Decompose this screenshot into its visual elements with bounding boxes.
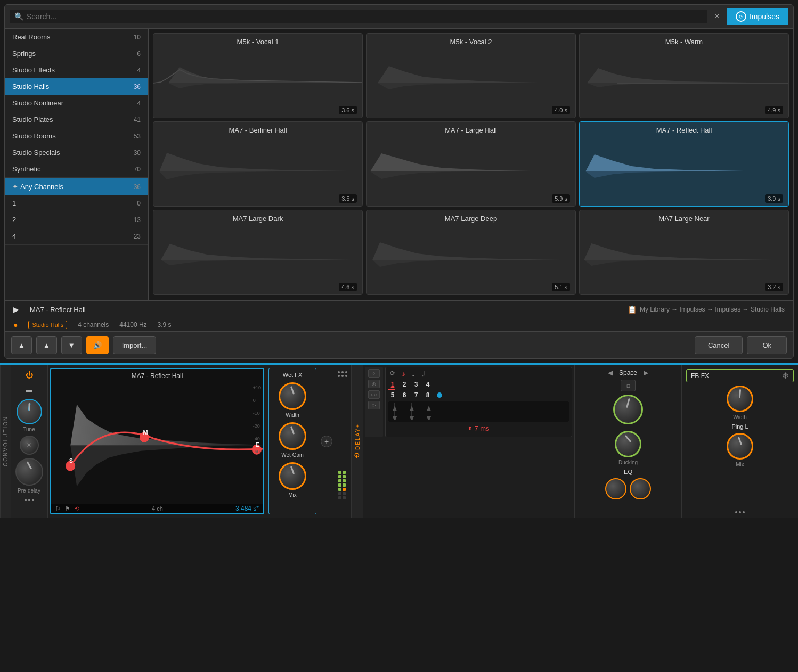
- sidebar-item-studio-specials[interactable]: Studio Specials 30: [5, 144, 148, 161]
- space-knob[interactable]: [613, 395, 643, 424]
- prev-button[interactable]: ▲: [36, 336, 57, 354]
- routing-dual-icon[interactable]: ○○: [368, 390, 380, 399]
- search-input[interactable]: [27, 12, 703, 21]
- note-quarter-icon: ♩: [412, 370, 416, 379]
- sidebar-item-real-rooms[interactable]: Real Rooms 10: [5, 29, 148, 45]
- delay-num-7[interactable]: 7: [411, 391, 421, 399]
- svg-marker-17: [580, 243, 788, 260]
- delay-numbers-row1: 1 2 3 4: [388, 381, 569, 388]
- detail-bar: ● Studio Halls 4 channels 44100 Hz 3.9 s: [5, 318, 793, 331]
- grid-item-m5k-warm[interactable]: M5k - Warm 4.9 s: [579, 33, 789, 118]
- fbfx-mix-knob[interactable]: [727, 433, 753, 460]
- sidebar-item-synthetic[interactable]: Synthetic 70: [5, 161, 148, 177]
- svg-marker-8: [153, 171, 362, 179]
- eq-knob-1[interactable]: [605, 478, 626, 499]
- grid-item-ma7-large-hall[interactable]: MA7 - Large Hall 5.9 s: [366, 121, 576, 207]
- play-button[interactable]: 🔊: [86, 336, 109, 354]
- sidebar-channel-4[interactable]: 4 23: [5, 228, 148, 244]
- duration-badge: 3.2 s: [765, 283, 783, 291]
- tempo-icon: ⟳: [390, 370, 395, 379]
- browser-header: 🔍 × ⟳ Impulses: [5, 5, 793, 29]
- conv-display[interactable]: MA7 - Reflect Hall S: [50, 368, 264, 514]
- ping-label: Ping L: [731, 423, 748, 430]
- delay-num-1[interactable]: 1: [388, 381, 397, 388]
- svg-marker-5: [580, 83, 788, 87]
- close-button[interactable]: ×: [711, 11, 723, 22]
- impulse-grid: M5k - Vocal 1 3.6 s: [149, 29, 793, 300]
- grid-item-title: MA7 - Berliner Hall: [225, 122, 290, 136]
- eq-section: EQ: [580, 469, 677, 475]
- impulses-tab[interactable]: ⟳ Impulses: [727, 8, 788, 25]
- fbfx-bottom-dots: [735, 511, 745, 513]
- delay-num-2[interactable]: 2: [400, 381, 409, 388]
- conv-folder-button[interactable]: ▬: [23, 384, 35, 396]
- space-prev-button[interactable]: ◀: [608, 369, 613, 376]
- sidebar-item-studio-effects[interactable]: Studio Effects 4: [5, 62, 148, 78]
- delay-num-6[interactable]: 6: [400, 391, 409, 399]
- conv-power-button[interactable]: ⏻: [23, 369, 35, 381]
- grid-item-ma7-large-deep[interactable]: MA7 Large Deep 5.1 s: [366, 210, 576, 295]
- svg-text:S: S: [69, 457, 74, 463]
- eq-knob-2[interactable]: [630, 478, 651, 499]
- delay-num-8[interactable]: 8: [423, 391, 433, 399]
- fbfx-width-knob[interactable]: [727, 386, 753, 412]
- tag-badge[interactable]: Studio Halls: [28, 321, 67, 329]
- duration-badge: 4.0 s: [552, 106, 570, 114]
- db-scale: +10 0 -10 -20 -40 -60: [253, 385, 261, 454]
- routing-mono-icon[interactable]: ○: [368, 369, 380, 378]
- routing-stereo-icon[interactable]: ◎: [368, 380, 380, 388]
- conv-duration: 3.484 s*: [235, 505, 259, 512]
- ok-button[interactable]: Ok: [747, 336, 787, 354]
- grid-item-ma7-large-near[interactable]: MA7 Large Near 3.2 s: [579, 210, 789, 295]
- sidebar-categories: Real Rooms 10 Springs 6 Studio Effects 4…: [5, 29, 148, 178]
- grid-item-ma7-reflect-hall[interactable]: MA7 - Reflect Hall 3.9 s: [579, 121, 789, 207]
- sidebar-item-studio-halls[interactable]: Studio Halls 36: [5, 78, 148, 95]
- predelay-knob[interactable]: [15, 458, 43, 486]
- delay-num-3[interactable]: 3: [411, 381, 421, 388]
- grid-item-m5k-vocal1[interactable]: M5k - Vocal 1 3.6 s: [153, 33, 363, 118]
- tune-knob[interactable]: [17, 399, 42, 424]
- delay-num-5[interactable]: 5: [388, 391, 397, 399]
- ducking-knob-group: Ducking: [615, 431, 641, 465]
- svg-rect-31: [338, 488, 341, 491]
- delay-num-4[interactable]: 4: [423, 381, 433, 388]
- sidebar-item-studio-plates[interactable]: Studio Plates 41: [5, 111, 148, 128]
- sidebar-channel-2[interactable]: 2 13: [5, 211, 148, 228]
- fbfx-width-label: Width: [733, 414, 747, 420]
- svg-rect-29: [338, 479, 341, 482]
- space-next-button[interactable]: ▶: [644, 369, 648, 376]
- grid-item-ma7-berliner[interactable]: MA7 - Berliner Hall 3.5 s: [153, 121, 363, 207]
- import-button[interactable]: Import...: [113, 336, 157, 354]
- add-button[interactable]: +: [321, 436, 332, 447]
- sidebar-item-studio-nonlinear[interactable]: Studio Nonlinear 4: [5, 95, 148, 111]
- grid-item-ma7-large-dark[interactable]: MA7 Large Dark 4.6 s: [153, 210, 363, 295]
- ducking-knob[interactable]: [615, 431, 641, 457]
- wet-fx-section: Wet FX Width Wet Gain Mix: [268, 368, 316, 514]
- routing-quad-icon[interactable]: ○·: [368, 401, 380, 409]
- dots-menu-button[interactable]: [337, 369, 348, 379]
- copy-button[interactable]: ⧉: [621, 380, 636, 391]
- mix-knob[interactable]: [279, 462, 306, 490]
- collapse-button[interactable]: ▲: [11, 336, 32, 354]
- svg-marker-16: [367, 260, 575, 267]
- waveform-ma7-reflect-hall: 3.9 s: [580, 136, 788, 206]
- delay-routing: ○ ◎ ○○ ○·: [365, 367, 383, 437]
- grid-item-m5k-vocal2[interactable]: M5k - Vocal 2 4.0 s: [366, 33, 576, 118]
- svg-marker-48: [427, 416, 431, 420]
- sidebar-any-channels[interactable]: ✦ Any Channels 36: [5, 178, 148, 195]
- brightness-knob[interactable]: ☀: [20, 436, 39, 455]
- fx-area: CONVOLUTION ⏻ ▬ Tune ☀ Pre-delay: [0, 363, 798, 518]
- predelay-knob-group: Pre-delay: [15, 458, 43, 494]
- sidebar-item-studio-rooms[interactable]: Studio Rooms 53: [5, 128, 148, 144]
- next-button[interactable]: ▼: [61, 336, 82, 354]
- fbfx-title: FB FX: [691, 372, 709, 380]
- conv-left-controls: ⏻ ▬ Tune ☀ Pre-delay: [11, 365, 48, 518]
- preview-play-button[interactable]: ▶: [13, 305, 19, 314]
- cancel-button[interactable]: Cancel: [695, 336, 743, 354]
- wet-gain-knob[interactable]: [279, 422, 306, 450]
- sidebar-item-springs[interactable]: Springs 6: [5, 45, 148, 62]
- width-knob[interactable]: [279, 382, 306, 410]
- sidebar-channel-1[interactable]: 1 0: [5, 195, 148, 211]
- conv-display-title: MA7 - Reflect Hall: [51, 372, 263, 380]
- info-bar: ▶ MA7 - Reflect Hall 📋 My Library → Impu…: [5, 300, 793, 318]
